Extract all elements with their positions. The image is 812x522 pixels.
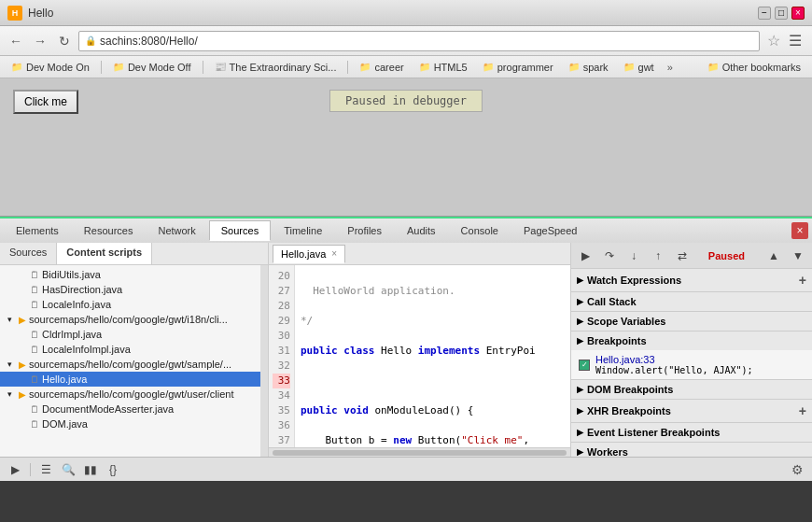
code-tab-hello-java[interactable]: Hello.java ×	[273, 245, 345, 263]
file-tab-content-scripts[interactable]: Content scripts	[57, 243, 152, 264]
list-item[interactable]: 🗒 BidiUtils.java	[0, 267, 260, 282]
watch-scroll-up[interactable]: ▲	[763, 246, 784, 266]
file-icon: 🗒	[30, 270, 39, 280]
watch-scroll-down[interactable]: ▼	[788, 246, 808, 266]
file-tab-sources[interactable]: Sources	[0, 243, 57, 264]
tab-timeline[interactable]: Timeline	[272, 220, 334, 241]
tab-sources[interactable]: Sources	[209, 220, 271, 241]
address-text: sachins:8080/Hello/	[100, 35, 198, 48]
devtools-bottom-toolbar: ▶ ☰ 🔍 ▮▮ {} ⚙	[0, 457, 812, 481]
code-lines: HelloWorld application. */ public class …	[295, 265, 570, 447]
resume-button[interactable]: ▶	[575, 246, 595, 266]
tab-resources[interactable]: Resources	[72, 220, 146, 241]
bookmark-programmer[interactable]: 📁programmer	[477, 61, 559, 74]
forward-button[interactable]: →	[30, 31, 50, 51]
code-content[interactable]: 20 27 28 29 30 31 32 33 34 35 36 37 38	[269, 265, 570, 447]
file-icon: 🗒	[30, 404, 39, 415]
expand-arrow-icon: ▾	[7, 389, 19, 399]
breakpoints-header[interactable]: ▶ Breakpoints	[571, 332, 812, 350]
close-button[interactable]: ×	[791, 7, 805, 20]
code-tab-bar: Hello.java ×	[269, 243, 570, 265]
devtools-panel: Elements Resources Network Sources Timel…	[0, 217, 812, 481]
list-item[interactable]: ▾ ▶ sourcemaps/hello/com/google/gwt/user…	[0, 387, 260, 402]
tab-audits[interactable]: Audits	[395, 220, 448, 241]
folder-icon: 📁	[419, 62, 430, 72]
bookmark-divider	[101, 61, 102, 74]
step-over-button[interactable]: ↷	[599, 246, 620, 266]
call-stack-label: Call Stack	[587, 296, 637, 307]
dom-breakpoints-section: ▶ DOM Breakpoints	[571, 380, 812, 400]
list-item[interactable]: ▾ ▶ sourcemaps/hello/com/google/gwt/samp…	[0, 357, 260, 372]
devtools-body: Sources Content scripts 🗒 BidiUtils.java…	[0, 243, 812, 457]
workers-header[interactable]: ▶ Workers	[571, 443, 812, 457]
bookmark-spark[interactable]: 📁spark	[563, 61, 614, 74]
click-me-button[interactable]: Click me	[13, 90, 78, 114]
settings-gear-icon[interactable]: ⚙	[788, 460, 806, 479]
paused-status-label: Paused	[708, 250, 745, 261]
list-item[interactable]: 🗒 LocaleInfoImpl.java	[0, 342, 260, 357]
watch-expressions-add-icon[interactable]: +	[799, 273, 806, 288]
list-item[interactable]: 🗒 DocumentModeAsserter.java	[0, 402, 260, 416]
show-console-button[interactable]: ☰	[36, 460, 55, 479]
reload-button[interactable]: ↻	[54, 31, 75, 51]
section-expand-icon: ▶	[577, 317, 583, 326]
bookmark-career[interactable]: 📁career	[354, 61, 409, 74]
list-item[interactable]: ▾ ▶ sourcemaps/hello/com/google/gwt/i18n…	[0, 312, 260, 327]
back-button[interactable]: ←	[6, 31, 26, 51]
browser-titlebar: H Hello − □ ×	[0, 0, 812, 26]
xhr-breakpoints-add-icon[interactable]: +	[799, 403, 806, 418]
tab-network[interactable]: Network	[146, 220, 207, 241]
scope-variables-header[interactable]: ▶ Scope Variables	[571, 312, 812, 331]
watch-expressions-header[interactable]: ▶ Watch Expressions +	[571, 269, 812, 291]
paused-debugger-banner: Paused in debugger	[329, 90, 483, 112]
bookmark-gwt[interactable]: 📁gwt	[618, 61, 660, 74]
inspect-element-button[interactable]: ▶	[6, 460, 24, 479]
tab-console[interactable]: Console	[449, 220, 511, 241]
step-out-button[interactable]: ↑	[648, 246, 668, 266]
search-button[interactable]: 🔍	[59, 460, 77, 479]
tab-elements[interactable]: Elements	[4, 220, 71, 241]
file-icon: 🗒	[30, 374, 39, 385]
file-tree-scrollbar[interactable]	[260, 265, 268, 457]
list-item[interactable]: 🗒 DOM.java	[0, 416, 260, 431]
code-watch-area: Hello.java × 20 27 28 29 30 31 32 33 34	[269, 243, 812, 457]
call-stack-header[interactable]: ▶ Call Stack	[571, 292, 812, 311]
toolbar-separator	[30, 463, 31, 476]
dom-breakpoints-header[interactable]: ▶ DOM Breakpoints	[571, 380, 812, 399]
code-horizontal-scrollbar[interactable]	[269, 447, 570, 457]
step-into-button[interactable]: ↓	[623, 246, 644, 266]
list-item[interactable]: 🗒 LocaleInfo.java	[0, 297, 260, 312]
bookmark-dev-mode-off[interactable]: 📁Dev Mode Off	[107, 61, 197, 74]
maximize-button[interactable]: □	[775, 7, 788, 20]
xhr-breakpoints-header[interactable]: ▶ XHR Breakpoints +	[571, 400, 812, 422]
minimize-button[interactable]: −	[758, 7, 771, 20]
bookmarks-more-button[interactable]: »	[664, 62, 677, 73]
breakpoint-checkbox[interactable]: ✓	[579, 360, 590, 371]
code-tab-close-icon[interactable]: ×	[331, 248, 337, 259]
event-listener-breakpoints-header[interactable]: ▶ Event Listener Breakpoints	[571, 423, 812, 442]
bookmark-dev-mode-on[interactable]: 📁Dev Mode On	[6, 61, 95, 74]
browser-navbar: ← → ↻ 🔒 sachins:8080/Hello/ ☆ ☰	[0, 26, 812, 56]
expand-arrow-icon: ▾	[7, 315, 19, 324]
pause-button[interactable]: ▮▮	[81, 460, 100, 479]
list-item[interactable]: 🗒 HasDirection.java	[0, 282, 260, 297]
line-numbers: 20 27 28 29 30 31 32 33 34 35 36 37 38	[269, 265, 295, 447]
browser-menu-icon[interactable]: ☰	[784, 30, 806, 52]
tab-pagespeed[interactable]: PageSpeed	[511, 220, 590, 241]
devtools-close-button[interactable]: ×	[791, 222, 808, 239]
bookmark-html5[interactable]: 📁HTML5	[413, 61, 473, 74]
address-bar[interactable]: 🔒 sachins:8080/Hello/	[78, 31, 760, 51]
news-icon: 📰	[215, 62, 226, 72]
breakpoint-item[interactable]: ✓ Hello.java:33 Window.alert("Hello, AJA…	[571, 352, 812, 377]
bookmark-extraordinary-sci[interactable]: 📰The Extraordinary Sci...	[209, 61, 343, 74]
scroll-thumb[interactable]	[273, 450, 567, 456]
bookmark-other[interactable]: 📁Other bookmarks	[702, 61, 806, 74]
list-item[interactable]: 🗒 CldrImpl.java	[0, 327, 260, 342]
file-icon: 🗒	[30, 285, 39, 295]
deactivate-breakpoints-button[interactable]: ⇄	[672, 246, 693, 266]
bookmarks-bar: 📁Dev Mode On 📁Dev Mode Off 📰The Extraord…	[0, 56, 812, 78]
tab-profiles[interactable]: Profiles	[335, 220, 394, 241]
list-item[interactable]: 🗒 Hello.java	[0, 372, 260, 387]
bookmark-star-icon[interactable]: ☆	[767, 32, 780, 49]
scripts-button[interactable]: {}	[104, 460, 122, 479]
